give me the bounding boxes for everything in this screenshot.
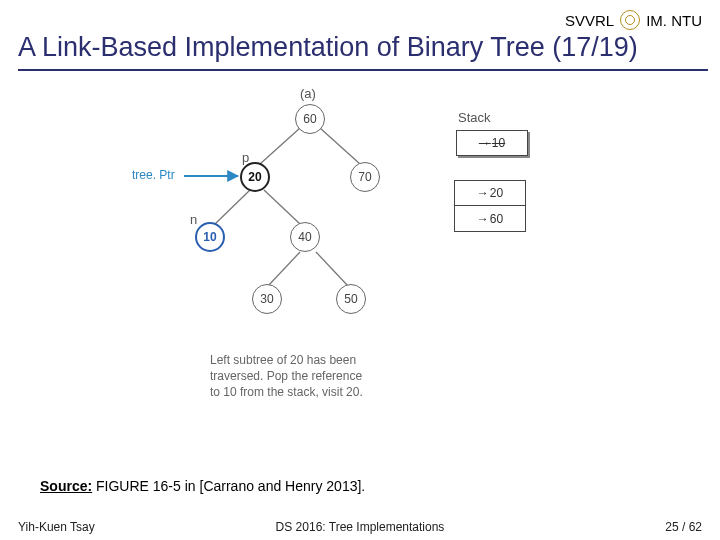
tree-ptr-label: tree. Ptr	[132, 168, 175, 182]
org-line: SVVRL IM. NTU	[18, 10, 708, 30]
title-rule	[18, 69, 708, 71]
svg-line-4	[264, 190, 300, 224]
svg-line-1	[260, 128, 300, 164]
figure-box: (a) tree. Ptr p n 60 20 70 10 40	[160, 86, 580, 426]
slide-footer: Yih-Kuen Tsay DS 2016: Tree Implementati…	[0, 514, 720, 540]
org-right: IM. NTU	[646, 12, 702, 29]
slide-header: SVVRL IM. NTU A Link-Based Implementatio…	[0, 0, 720, 71]
svg-line-5	[268, 252, 300, 286]
node-50: 50	[336, 284, 366, 314]
figure-caption: Left subtree of 20 has been traversed. P…	[210, 352, 363, 401]
caption-line-1: Left subtree of 20 has been	[210, 352, 363, 368]
svg-line-3	[215, 190, 250, 224]
source-label: Source:	[40, 478, 92, 494]
svg-line-6	[316, 252, 348, 286]
source-text: FIGURE 16-5 in [Carrano and Henry 2013].	[96, 478, 365, 494]
org-logo-icon	[620, 10, 640, 30]
slide-title: A Link-Based Implementation of Binary Tr…	[18, 32, 708, 63]
node-20: 20	[240, 162, 270, 192]
svg-line-2	[320, 128, 360, 164]
node-30: 30	[252, 284, 282, 314]
node-70: 70	[350, 162, 380, 192]
stack-label: Stack	[458, 110, 491, 125]
figure-area: (a) tree. Ptr p n 60 20 70 10 40	[0, 80, 720, 440]
caption-line-2: traversed. Pop the reference	[210, 368, 363, 384]
n-label: n	[190, 212, 197, 227]
stack-cell-0: 10	[456, 130, 528, 156]
node-10: 10	[195, 222, 225, 252]
stack-cell-2: 60	[454, 206, 526, 232]
caption-line-3: to 10 from the stack, visit 20.	[210, 384, 363, 400]
panel-label: (a)	[300, 86, 316, 101]
source-line: Source: FIGURE 16-5 in [Carrano and Henr…	[40, 478, 365, 494]
node-60: 60	[295, 104, 325, 134]
org-left: SVVRL	[565, 12, 614, 29]
stack-cell-1: 20	[454, 180, 526, 206]
node-40: 40	[290, 222, 320, 252]
footer-center: DS 2016: Tree Implementations	[0, 520, 720, 534]
